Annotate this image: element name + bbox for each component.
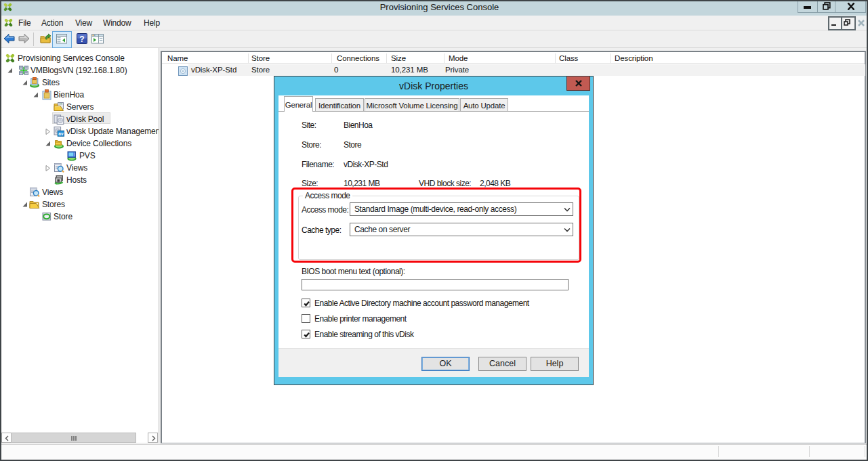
svg-text:av: av — [58, 131, 64, 136]
svg-text:?: ? — [79, 35, 84, 44]
